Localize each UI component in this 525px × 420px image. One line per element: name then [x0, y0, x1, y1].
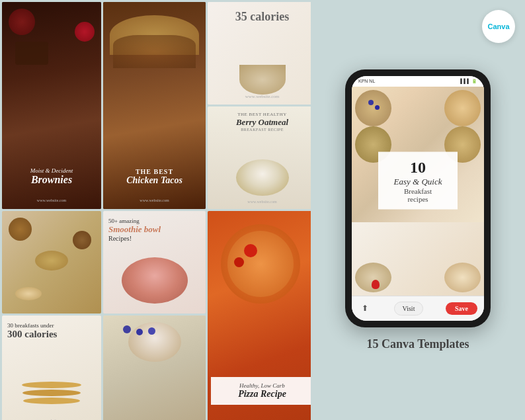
oatmeal-label-top: THE BEST HEALTHY [208, 112, 317, 117]
brownies-main: Brownies [2, 174, 101, 186]
phone-save-button[interactable]: Save [446, 302, 477, 315]
smoothie-line2: Smoothie bowl [108, 224, 161, 235]
tacos-main: Chicken Tacos [103, 175, 206, 186]
phone-mockup: KPN NL ▌▌▌ 🔋 [345, 69, 491, 327]
blueberry-card[interactable] [103, 315, 206, 420]
smoothie-line1: 50+ amazing [108, 218, 161, 224]
visit-label: Visit [403, 305, 415, 312]
calories-url: www.website.com [208, 94, 317, 99]
calories-card[interactable]: 35 calories www.website.com [208, 2, 317, 105]
oatmeal-card[interactable]: THE BEST HEALTHY Berry Oatmeal BREAKFAST… [208, 106, 317, 209]
smoothie-line3: Recipes! [108, 235, 161, 242]
pizza-line1: Healthy, Low Carb [214, 382, 310, 389]
right-panel: Canva KPN NL ▌▌▌ 🔋 [311, 0, 525, 420]
brownies-subtitle: Moist & Decident [2, 167, 101, 174]
pizza-line2: Pizza Recipe [214, 389, 310, 399]
brownies-url: www.website.com [2, 198, 101, 202]
bottom-label: 15 Canva Templates [366, 337, 469, 351]
tacos-url: www.website.com [103, 198, 206, 202]
nuts-card[interactable] [2, 211, 101, 314]
phone-status-bar: KPN NL ▌▌▌ 🔋 [352, 76, 484, 87]
brownies-card[interactable]: Moist & Decident Brownies www.website.co… [2, 2, 101, 209]
oatmeal-label-sub: BREAKFAST RECIPE [208, 128, 317, 132]
tacos-card[interactable]: THE BEST Chicken Tacos www.website.com [103, 2, 206, 209]
canva-badge: Canva [482, 10, 515, 43]
share-icon: ⬆ [362, 304, 368, 314]
calories-title: 35 calories [208, 10, 317, 24]
phone-signal: ▌▌▌ 🔋 [460, 79, 477, 84]
oatmeal-url: www.website.com [208, 200, 317, 204]
phone-line2: Breakfast [388, 187, 448, 194]
phone-line1: Easy & Quick [388, 176, 448, 187]
main-container: 35 calories www.website.com Moist & Deci… [0, 0, 525, 420]
pizza-card[interactable]: Healthy, Low Carb Pizza Recipe [208, 211, 317, 420]
phone-line3: recipes [388, 194, 448, 202]
cal300-card[interactable]: 30 breakfasts under 300 calories www.web… [2, 315, 101, 420]
food-card-grid: 35 calories www.website.com Moist & Deci… [0, 0, 311, 420]
template-count-label: 15 Canva Templates [366, 337, 469, 351]
phone-visit-button[interactable]: Visit [394, 302, 424, 315]
oatmeal-label-main: Berry Oatmeal [208, 117, 317, 128]
save-label: Save [455, 305, 468, 312]
phone-carrier: KPN NL [358, 79, 375, 83]
phone-text-overlay: 10 Easy & Quick Breakfast recipes [378, 151, 458, 209]
phone-share-button[interactable]: ⬆ [358, 302, 372, 315]
phone-action-bar: ⬆ Visit Save [352, 296, 484, 321]
canva-label: Canva [487, 22, 509, 30]
phone-screen: KPN NL ▌▌▌ 🔋 [352, 76, 484, 321]
cal300-line1: 30 breakfasts under [7, 322, 96, 329]
cal300-line2: 300 calories [7, 329, 96, 340]
tacos-title-line: THE BEST [103, 168, 206, 175]
phone-number: 10 [388, 158, 448, 176]
phone-content-area: 10 Easy & Quick Breakfast recipes [352, 87, 484, 296]
smoothie-card[interactable]: 50+ amazing Smoothie bowl Recipes! [103, 211, 206, 314]
